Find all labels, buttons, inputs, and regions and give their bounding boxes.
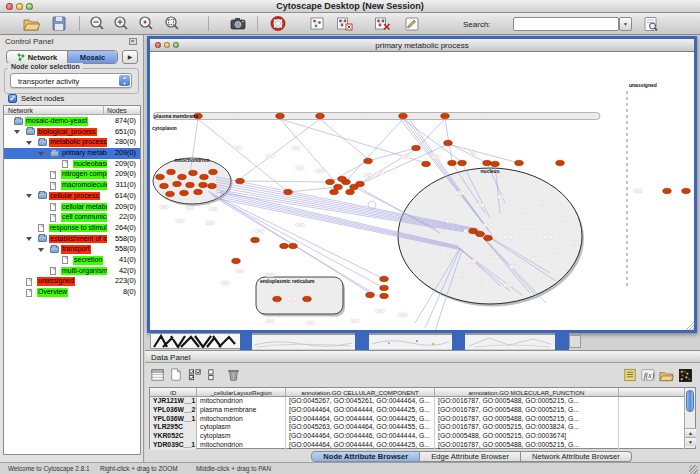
tab-node-attribute-browser[interactable]: Node Attribute Browser [311,451,420,462]
node-color-dropdown[interactable]: transporter activity ▲▼ [10,73,132,88]
zoom-fit-icon[interactable] [163,15,181,33]
table-cell: YLR295C [150,423,197,432]
unselect-attributes-icon[interactable] [205,367,221,383]
column-header[interactable]: _cellularLayoutRegion [197,388,286,397]
table-cell [619,415,685,424]
formula-builder-icon[interactable]: f(x) [640,367,656,383]
save-session-icon[interactable] [50,15,68,33]
table-row[interactable]: YPL036W__1mitochondrion[GO:0044464, GO:0… [150,415,685,424]
tab-network-attribute-browser[interactable]: Network Attribute Browser [521,451,632,462]
snapshot-icon[interactable] [229,15,247,33]
scroll-down-button[interactable]: ▼ [685,437,696,446]
tab-edge-attribute-browser[interactable]: Edge Attribute Browser [420,451,521,462]
tree-row-node-count: 42(0) [119,267,136,276]
disclosure-triangle-icon[interactable] [14,130,20,134]
tree-row[interactable]: nitrogen compou209(0) [4,169,140,180]
zoom-out-icon[interactable] [88,15,106,33]
search-input[interactable] [513,17,619,31]
column-header[interactable]: annotation.GO CELLULAR_COMPONENT [286,388,435,397]
network-minimize-button[interactable] [164,42,170,48]
main-toolbar: Search: ▼ [0,13,700,35]
tree-row[interactable]: cellular process614(0) [4,191,140,202]
tree-row-node-count: 651(0) [115,128,136,137]
tree-row[interactable]: response to stimulu264(0) [4,223,140,234]
select-attributes-icon[interactable] [187,367,203,383]
tree-row[interactable]: transport558(0) [4,244,140,255]
birdseye-view-icon[interactable] [308,15,326,33]
control-panel: Control Panel Network Mosaic ▶ Node colo… [0,35,144,462]
open-network-icon[interactable] [22,15,40,33]
attribute-table-icon[interactable] [150,367,166,383]
disclosure-triangle-icon[interactable] [38,248,44,252]
table-row[interactable]: YDR039C__1mitochondrion[GO:0044464, GO:0… [150,441,685,450]
zoom-button[interactable] [26,3,33,10]
scrollbar-thumb[interactable] [686,390,694,412]
background-windows[interactable] [145,333,700,350]
status-bar: Welcome to Cytoscape 2.8.1 Right-click +… [0,462,700,474]
float-panel-icon[interactable] [129,38,137,45]
minimize-button[interactable] [16,3,23,10]
tree-row[interactable]: mosaic-demo-yeast874(0) [4,116,140,127]
disclosure-triangle-icon[interactable] [26,141,32,145]
close-button[interactable] [6,3,13,10]
tree-row-label: macromolecule [61,181,107,190]
folder-icon [14,118,23,125]
destroy-view-icon[interactable] [373,15,391,33]
network-canvas[interactable]: plasma membranecytoplasmmitochondrionnuc… [150,53,694,330]
disclosure-triangle-icon[interactable] [26,237,32,241]
zoom-selected-icon[interactable] [137,15,155,33]
table-scrollbar[interactable]: ▲ ▼ [684,388,695,448]
tree-row[interactable]: macromolecule311(0) [4,180,140,191]
zoom-in-icon[interactable] [112,15,130,33]
table-row[interactable]: YKR052Ccytoplasm[GO:0044464, GO:0044446,… [150,432,685,441]
column-header[interactable]: ID [150,388,197,397]
tree-row[interactable]: metabolic process280(0) [4,137,140,148]
file-icon [50,214,56,222]
advanced-search-icon[interactable] [642,15,660,33]
import-attributes-icon[interactable] [658,367,674,383]
network-close-button[interactable] [155,42,161,48]
tree-row[interactable]: primary metabolic process209(0) [4,148,140,159]
table-cell: [GO:0044464, GO:0044444, GO:0044425, G..… [286,415,435,424]
help-icon[interactable] [269,15,287,33]
table-cell: mitochondrion [197,441,286,450]
select-nodes-checkbox[interactable]: ✓ [8,94,17,103]
table-row[interactable]: YLR295Ccytoplasm[GO:0045263, GO:0044464,… [150,423,685,432]
tree-row[interactable]: establishment of lo558(0) [4,234,140,245]
tree-row[interactable]: cellular metabol209(0) [4,202,140,213]
annotation-icon[interactable] [403,15,421,33]
network-zoom-button[interactable] [173,42,179,48]
table-cell: [GO:0016787, GO:0005488, GO:0005215, G..… [435,406,619,415]
create-view-icon[interactable] [335,15,353,33]
table-row[interactable]: YJR121W__1mitochondrion[GO:0045267, GO:0… [150,397,685,406]
tree-row-label: cell communicati [61,213,107,222]
tree-row[interactable]: nucleobase-con209(0) [4,159,140,170]
attribute-list-icon[interactable] [622,367,638,383]
tab-overflow-button[interactable]: ▶ [122,50,138,64]
tree-row[interactable]: cell communicati22(0) [4,212,140,223]
tab-network[interactable]: Network [7,51,67,63]
data-panel-header[interactable]: Data Panel [145,350,700,363]
new-attribute-icon[interactable] [168,367,184,383]
scroll-up-button[interactable]: ▲ [685,428,696,437]
tree-row[interactable]: biological_process651(0) [4,127,140,138]
tree-header[interactable]: Network Nodes [4,106,140,115]
disclosure-triangle-icon[interactable] [38,152,44,156]
attribute-matrix-icon[interactable] [677,367,693,383]
resize-grip[interactable] [689,465,698,474]
delete-attribute-icon[interactable] [225,367,241,383]
tree-row[interactable]: unassigned223(0) [4,276,140,287]
table-row[interactable]: YPL036W__2plasma membrane[GO:0044464, GO… [150,406,685,415]
network-window-titlebar[interactable]: primary metabolic process [150,39,694,52]
search-dropdown-button[interactable]: ▼ [619,17,632,31]
tree-row[interactable]: secretion41(0) [4,255,140,266]
network-tab-icon [17,53,25,61]
column-header[interactable] [619,388,685,397]
folder-icon [38,192,47,199]
tree-row[interactable]: Overview8(0) [4,287,140,298]
tree-row-label: unassigned [37,277,75,286]
tab-mosaic[interactable]: Mosaic [67,51,117,63]
column-header[interactable]: annotation.GO MOLECULAR_FUNCTION [435,388,619,397]
disclosure-triangle-icon[interactable] [26,194,32,198]
tree-row[interactable]: multi-organism pro42(0) [4,266,140,277]
